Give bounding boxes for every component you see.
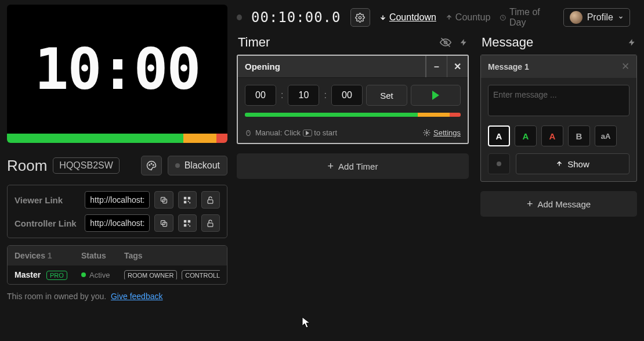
svg-point-25 [426,132,428,134]
minutes-input[interactable] [288,85,319,106]
timer-hint: Manual: Click to start [255,128,337,137]
arrow-up-icon [446,14,453,21]
minimize-button[interactable]: – [426,56,447,77]
play-button[interactable] [411,85,461,106]
svg-rect-23 [247,130,250,135]
device-name: Master [15,270,41,279]
add-timer-button[interactable]: + Add Timer [237,153,469,179]
room-code[interactable]: HQQSB2SW [53,157,119,174]
chevron-down-icon [618,15,624,20]
svg-rect-5 [184,196,186,199]
message-input[interactable] [488,85,629,116]
copy-viewer-button[interactable] [154,191,173,209]
devices-header: Devices [15,251,45,260]
tags-header: Tags [124,251,220,260]
message-panel-title: Message [482,35,533,50]
svg-rect-8 [188,200,189,202]
add-message-button[interactable]: + Add Message [480,191,637,217]
arrow-up-icon [556,160,563,167]
qr-controller-button[interactable] [178,214,197,232]
clock-icon [500,14,506,21]
timer-preview: 10:00 [7,5,227,143]
mode-countup[interactable]: Countup [446,12,491,23]
settings-button[interactable] [350,8,370,27]
svg-rect-13 [184,220,186,222]
arrow-down-icon [379,14,386,21]
close-timer-button[interactable]: ✕ [447,56,468,77]
status-header: Status [81,251,124,260]
mode-time-of-day[interactable]: Time of Day [500,7,553,28]
bolt-icon[interactable] [460,37,468,48]
copy-controller-button[interactable] [154,214,173,232]
connection-dot [237,15,242,20]
preview-time: 10:00 [7,5,227,134]
svg-rect-7 [184,200,186,203]
message-status [488,153,510,174]
feedback-link[interactable]: Give feedback [111,292,163,301]
preview-progress [7,134,227,143]
tag-badge: CONTROLLER [182,270,220,279]
show-message-button[interactable]: Show [516,153,629,174]
lock-controller-button[interactable] [201,214,220,232]
svg-rect-15 [184,224,186,226]
palette-button[interactable] [141,156,162,175]
timer-settings-link[interactable]: Settings [423,128,461,137]
device-status: Active [89,271,110,279]
set-button[interactable]: Set [366,85,407,106]
tag-badge: ROOM OWNER [124,270,177,279]
lock-viewer-button[interactable] [201,191,220,209]
format-white-button[interactable]: A [488,125,510,146]
viewer-link-input[interactable] [85,191,150,209]
controller-link-input[interactable] [85,214,150,232]
hours-input[interactable] [245,85,276,106]
svg-rect-17 [189,225,190,227]
format-red-button[interactable]: A [541,125,563,146]
svg-point-0 [149,164,150,166]
status-dot [81,272,86,277]
cursor-icon [302,317,312,329]
timer-panel-title: Timer [238,35,270,50]
mode-countdown[interactable]: Countdown [379,12,436,23]
format-case-button[interactable]: aA [595,125,617,146]
blackout-status-dot [175,163,180,168]
timer-name[interactable]: Opening [238,56,426,77]
viewer-link-label: Viewer Link [15,195,80,205]
svg-rect-18 [208,222,214,226]
top-time: 00:10:00.0 [251,9,341,26]
room-label: Room [7,157,47,175]
svg-rect-16 [188,224,189,225]
owner-note: This room in owned by you. [7,292,106,301]
svg-point-1 [151,163,152,164]
bolt-icon[interactable] [628,37,636,48]
format-bold-button[interactable]: B [568,125,590,146]
svg-rect-9 [189,202,190,203]
plus-icon: + [328,160,334,173]
svg-rect-14 [188,220,190,222]
blackout-button[interactable]: Blackout [168,156,227,175]
message-name[interactable]: Message 1 [488,62,621,71]
mouse-icon [245,129,252,137]
seconds-input[interactable] [331,85,363,106]
qr-viewer-button[interactable] [178,191,197,209]
device-row[interactable]: Master PRO Active ROOM OWNER CONTROLLER [8,265,227,284]
pro-badge: PRO [46,271,67,280]
close-message-button[interactable]: ✕ [621,60,629,73]
visibility-icon[interactable] [440,37,451,48]
svg-point-2 [153,164,154,166]
format-green-button[interactable]: A [515,125,537,146]
plus-icon: + [527,198,533,210]
svg-rect-6 [188,196,190,199]
profile-button[interactable]: Profile [563,8,630,27]
svg-point-19 [359,16,361,19]
controller-link-label: Controller Link [15,218,80,228]
play-icon [432,91,439,100]
avatar [570,11,583,24]
svg-rect-10 [208,199,214,203]
gear-icon [423,129,430,137]
timer-progress [245,113,461,117]
